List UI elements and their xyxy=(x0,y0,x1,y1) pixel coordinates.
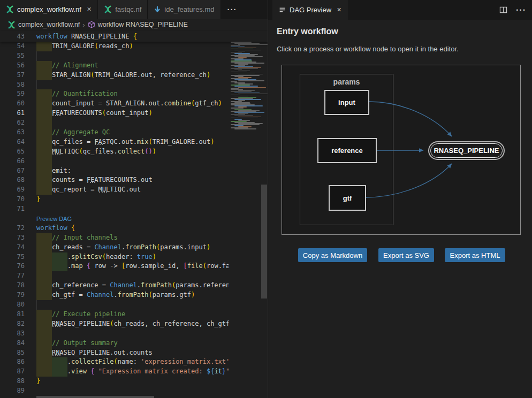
code-row[interactable]: 66 xyxy=(0,157,229,166)
code-lines[interactable]: 54 TRIM_GALORE(reads_ch)5556 // Alignmen… xyxy=(0,42,229,396)
dag-node-workflow-label: RNASEQ_PIPELINE xyxy=(430,143,503,158)
code-row[interactable]: 79 ch_gtf = Channel.fromPath(params.gtf) xyxy=(0,290,229,300)
code-row[interactable]: 75 .splitCsv(header: true) xyxy=(0,252,229,262)
code-row[interactable]: 85 RNASEQ_PIPELINE.out.counts xyxy=(0,348,229,358)
more-actions-icon[interactable]: ··· xyxy=(516,5,526,15)
code-row[interactable]: 84 // Output summary xyxy=(0,339,229,348)
line-number: 69 xyxy=(0,185,25,195)
codelens-row[interactable]: Preview DAG xyxy=(0,214,229,224)
code-row[interactable]: 69 qc_report = MULTIQC.out xyxy=(0,185,229,195)
dag-preview-panel: DAG Preview ✕ ··· Entry workflow Click o… xyxy=(268,0,532,398)
code-row[interactable]: 81 // Execute pipeline xyxy=(0,310,229,319)
symbol-cube-icon xyxy=(88,21,95,28)
code-row[interactable]: 77 xyxy=(0,271,229,281)
line-number: 63 xyxy=(0,128,25,137)
copy-as-markdown-button[interactable]: Copy as Markdown xyxy=(298,248,367,262)
line-number: 56 xyxy=(0,61,25,71)
line-number: 79 xyxy=(0,290,25,300)
editor-tab-bar: complex_workflow.nf✕fastqc.nfide_feature… xyxy=(0,0,268,19)
export-as-svg-button[interactable]: Export as SVG xyxy=(378,248,434,262)
code-editor[interactable]: 43workflow RNASEQ_PIPELINE { 54 TRIM_GAL… xyxy=(0,30,268,398)
panel-tab-label: DAG Preview xyxy=(290,6,331,14)
tab-dag-preview[interactable]: DAG Preview ✕ xyxy=(272,0,348,20)
codelens-preview-dag[interactable]: Preview DAG xyxy=(36,215,72,224)
panel-heading: Entry workflow xyxy=(277,27,338,36)
sticky-scroll-line[interactable]: 43workflow RNASEQ_PIPELINE { xyxy=(0,31,268,42)
code-row[interactable]: 54 TRIM_GALORE(reads_ch) xyxy=(0,42,229,51)
line-number: 60 xyxy=(0,99,25,109)
vscode-window: complex_workflow.nf✕fastqc.nfide_feature… xyxy=(0,0,532,398)
horizontal-scrollbar[interactable] xyxy=(36,396,154,398)
line-number: 83 xyxy=(0,329,25,339)
line-number: 80 xyxy=(0,300,25,310)
tab-fastqc-nf[interactable]: fastqc.nf xyxy=(98,0,148,19)
dag-group-label: params xyxy=(300,78,393,86)
line-number: 74 xyxy=(0,243,25,252)
code-row[interactable]: 71 xyxy=(0,204,229,214)
code-row[interactable]: 57 STAR_ALIGN(TRIM_GALORE.out, reference… xyxy=(0,71,229,80)
code-row[interactable]: 59 // Quantification xyxy=(0,89,229,99)
line-number: 73 xyxy=(0,233,25,243)
line-number: 62 xyxy=(0,118,25,128)
code-row[interactable]: 73 // Input channels xyxy=(0,233,229,243)
line-number: 76 xyxy=(0,262,25,271)
code-row[interactable]: 78 ch_reference = Channel.fromPath(param… xyxy=(0,281,229,290)
breadcrumb-symbol[interactable]: workflow RNASEQ_PIPELINE xyxy=(98,21,188,28)
dag-node-workflow[interactable]: RNASEQ_PIPELINE xyxy=(428,141,505,160)
panel-tab-bar: DAG Preview ✕ ··· xyxy=(268,0,532,20)
tab-label: complex_workflow.nf xyxy=(17,5,81,13)
breadcrumb[interactable]: complex_workflow.nf › workflow RNASEQ_PI… xyxy=(0,19,268,30)
code-row[interactable]: 64 qc_files = FASTQC.out.mix(TRIM_GALORE… xyxy=(0,137,229,147)
code-row[interactable]: 83 xyxy=(0,329,229,339)
dag-node-gtf[interactable]: gtf xyxy=(329,185,366,211)
dag-node-input[interactable]: input xyxy=(324,90,369,115)
split-editor-icon[interactable] xyxy=(499,6,507,14)
dag-canvas[interactable]: params inputreferencegtf RNASEQ_PIPELINE xyxy=(282,65,521,235)
line-number: 88 xyxy=(0,377,25,386)
export-as-html-button[interactable]: Export as HTML xyxy=(445,248,505,262)
code-row[interactable]: 88} xyxy=(0,377,229,386)
code-row[interactable]: 87 .view { "Expression matrix created: $… xyxy=(0,367,229,377)
code-row[interactable]: 56 // Alignment xyxy=(0,61,229,71)
line-number: 75 xyxy=(0,252,25,262)
line-number: 89 xyxy=(0,386,25,396)
close-icon[interactable]: ✕ xyxy=(87,6,92,13)
code-row[interactable]: 74 ch_reads = Channel.fromPath(params.in… xyxy=(0,243,229,252)
code-row[interactable]: 60 count_input = STAR_ALIGN.out.combine(… xyxy=(0,99,229,109)
dag-node-reference[interactable]: reference xyxy=(317,138,377,163)
code-row[interactable]: 68 counts = FEATURECOUNTS.out xyxy=(0,175,229,185)
code-row[interactable]: 65 MULTIQC(qc_files.collect()) xyxy=(0,147,229,157)
line-number: 59 xyxy=(0,89,25,99)
code-row[interactable]: 89 xyxy=(0,386,229,396)
list-icon xyxy=(279,6,286,13)
tab-ide_features-md[interactable]: ide_features.md xyxy=(148,0,221,19)
code-row[interactable]: 62 xyxy=(0,118,229,128)
code-row[interactable]: 72workflow { xyxy=(0,224,229,233)
line-number: 68 xyxy=(0,175,25,185)
minimap[interactable] xyxy=(229,31,261,165)
line-number: 85 xyxy=(0,348,25,358)
line-number: 67 xyxy=(0,166,25,176)
code-row[interactable]: 58 xyxy=(0,80,229,90)
vertical-scrollbar[interactable] xyxy=(261,185,267,298)
more-tabs-icon[interactable]: ··· xyxy=(221,0,244,19)
code-row[interactable]: 55 xyxy=(0,51,229,61)
code-row[interactable]: 82 RNASEQ_PIPELINE(ch_reads, ch_referenc… xyxy=(0,319,229,329)
line-number: 55 xyxy=(0,51,25,61)
code-row[interactable]: 61 FEATURECOUNTS(count_input) xyxy=(0,109,229,118)
close-icon[interactable]: ✕ xyxy=(337,6,341,13)
line-number: 57 xyxy=(0,71,25,80)
line-number: 65 xyxy=(0,147,25,157)
code-row[interactable]: 63 // Aggregate QC xyxy=(0,128,229,137)
line-number: 72 xyxy=(0,224,25,233)
code-row[interactable]: 70} xyxy=(0,195,229,204)
nextflow-icon xyxy=(104,5,112,13)
code-row[interactable]: 76 .map { row -> [row.sample_id, [file(r… xyxy=(0,262,229,271)
code-row[interactable]: 67 emit: xyxy=(0,166,229,176)
tab-complex_workflow-nf[interactable]: complex_workflow.nf✕ xyxy=(0,0,98,19)
breadcrumb-file[interactable]: complex_workflow.nf xyxy=(18,21,80,28)
line-number: 87 xyxy=(0,367,25,377)
line-number: 81 xyxy=(0,310,25,319)
code-row[interactable]: 86 .collectFile(name: 'expression_matrix… xyxy=(0,357,229,367)
code-row[interactable]: 80 xyxy=(0,300,229,310)
